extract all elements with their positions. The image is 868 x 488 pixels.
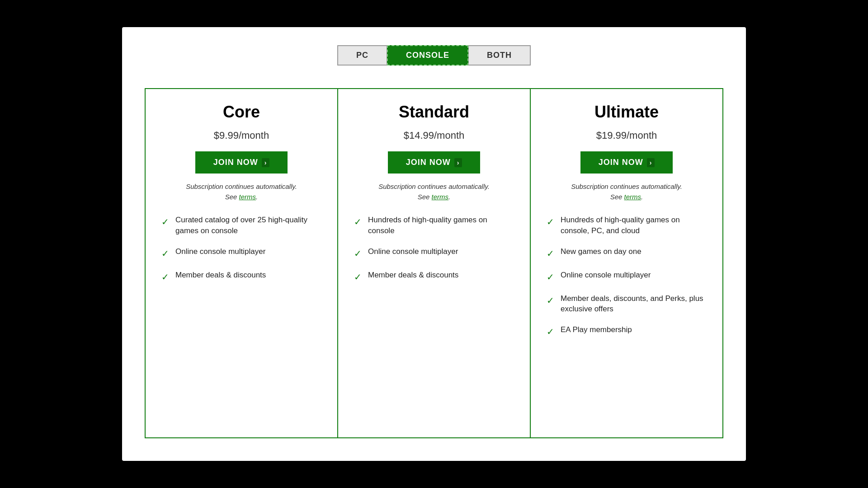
feature-text: Curated catalog of over 25 high-quality … bbox=[175, 215, 321, 236]
terms-link-ultimate[interactable]: terms bbox=[624, 193, 642, 201]
check-icon: ✓ bbox=[161, 216, 169, 228]
feature-item: ✓ Member deals & discounts bbox=[354, 270, 514, 283]
feature-item: ✓ Hundreds of high-quality games on cons… bbox=[354, 215, 514, 236]
join-now-button-core[interactable]: JOIN NOW › bbox=[195, 151, 288, 174]
feature-item: ✓ Curated catalog of over 25 high-qualit… bbox=[161, 215, 321, 236]
cards-container: Core $9.99/month JOIN NOW › Subscription… bbox=[145, 88, 723, 438]
join-now-label-core: JOIN NOW bbox=[213, 158, 258, 167]
check-icon: ✓ bbox=[547, 271, 554, 283]
feature-text: Online console multiplayer bbox=[175, 246, 265, 257]
features-list-standard: ✓ Hundreds of high-quality games on cons… bbox=[354, 215, 514, 293]
page-wrapper: PC CONSOLE BOTH Core $9.99/month JOIN NO… bbox=[122, 27, 746, 461]
feature-item: ✓ Hundreds of high-quality games on cons… bbox=[547, 215, 707, 236]
feature-text: New games on day one bbox=[561, 246, 642, 257]
join-now-label-ultimate: JOIN NOW bbox=[599, 158, 643, 167]
check-icon: ✓ bbox=[354, 216, 362, 228]
tab-console[interactable]: CONSOLE bbox=[387, 45, 468, 66]
feature-text: Online console multiplayer bbox=[561, 270, 651, 281]
feature-item: ✓ Online console multiplayer bbox=[161, 246, 321, 260]
features-list-ultimate: ✓ Hundreds of high-quality games on cons… bbox=[547, 215, 707, 348]
terms-link-core[interactable]: terms bbox=[239, 193, 256, 201]
feature-text: Member deals & discounts bbox=[368, 270, 458, 281]
check-icon: ✓ bbox=[547, 325, 554, 338]
plan-title-core: Core bbox=[223, 103, 260, 122]
join-now-button-ultimate[interactable]: JOIN NOW › bbox=[580, 151, 673, 174]
plan-card-core: Core $9.99/month JOIN NOW › Subscription… bbox=[145, 88, 338, 438]
check-icon: ✓ bbox=[547, 294, 554, 307]
plan-card-standard: Standard $14.99/month JOIN NOW › Subscri… bbox=[338, 88, 531, 438]
subscription-note-standard: Subscription continues automatically.See… bbox=[378, 182, 490, 202]
subscription-note-core: Subscription continues automatically.See… bbox=[186, 182, 297, 202]
feature-text: Member deals & discounts bbox=[175, 270, 266, 281]
plan-price-standard: $14.99/month bbox=[404, 130, 465, 141]
chevron-icon-core: › bbox=[262, 158, 270, 167]
join-now-label-standard: JOIN NOW bbox=[406, 158, 451, 167]
feature-text: Online console multiplayer bbox=[368, 246, 458, 257]
feature-text: Member deals, discounts, and Perks, plus… bbox=[561, 293, 707, 315]
check-icon: ✓ bbox=[547, 216, 554, 228]
plan-title-standard: Standard bbox=[399, 103, 469, 122]
plan-price-core: $9.99/month bbox=[214, 130, 269, 141]
tab-pc[interactable]: PC bbox=[337, 45, 387, 66]
feature-item: ✓ Member deals & discounts bbox=[161, 270, 321, 283]
feature-item: ✓ Online console multiplayer bbox=[354, 246, 514, 260]
plan-card-ultimate: Ultimate $19.99/month JOIN NOW › Subscri… bbox=[531, 88, 723, 438]
check-icon: ✓ bbox=[354, 271, 362, 283]
feature-item: ✓ EA Play membership bbox=[547, 324, 707, 338]
feature-text: Hundreds of high-quality games on consol… bbox=[561, 215, 707, 236]
subscription-note-ultimate: Subscription continues automatically.See… bbox=[571, 182, 682, 202]
tab-both[interactable]: BOTH bbox=[468, 45, 531, 66]
check-icon: ✓ bbox=[547, 247, 554, 260]
feature-text: Hundreds of high-quality games on consol… bbox=[368, 215, 514, 236]
tab-switcher: PC CONSOLE BOTH bbox=[337, 45, 531, 66]
feature-item: ✓ Member deals, discounts, and Perks, pl… bbox=[547, 293, 707, 315]
feature-item: ✓ New games on day one bbox=[547, 246, 707, 260]
chevron-icon-standard: › bbox=[454, 158, 462, 167]
feature-text: EA Play membership bbox=[561, 324, 632, 335]
plan-title-ultimate: Ultimate bbox=[594, 103, 659, 122]
terms-link-standard[interactable]: terms bbox=[432, 193, 449, 201]
check-icon: ✓ bbox=[161, 247, 169, 260]
join-now-button-standard[interactable]: JOIN NOW › bbox=[388, 151, 481, 174]
check-icon: ✓ bbox=[161, 271, 169, 283]
plan-price-ultimate: $19.99/month bbox=[596, 130, 657, 141]
feature-item: ✓ Online console multiplayer bbox=[547, 270, 707, 283]
chevron-icon-ultimate: › bbox=[647, 158, 655, 167]
check-icon: ✓ bbox=[354, 247, 362, 260]
features-list-core: ✓ Curated catalog of over 25 high-qualit… bbox=[161, 215, 321, 293]
